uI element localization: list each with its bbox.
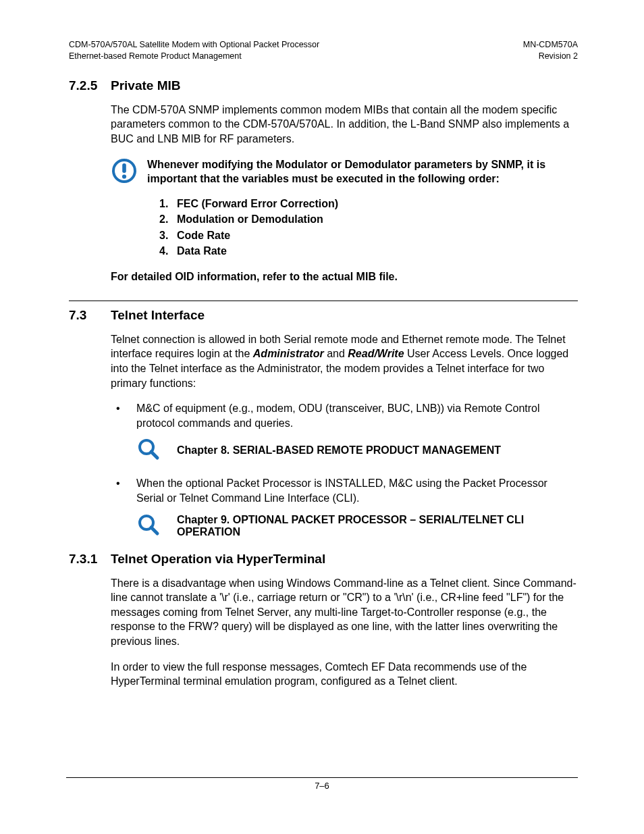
page-header: CDM-570A/570AL Satellite Modem with Opti…: [69, 39, 578, 62]
bullet-icon: •: [111, 476, 136, 505]
crossref-chapter-8: Chapter 8. SERIAL-BASED REMOTE PRODUCT M…: [136, 437, 578, 464]
heading-73-number: 7.3: [69, 308, 111, 323]
section-725-paragraph: The CDM-570A SNMP implements common mode…: [111, 103, 578, 147]
list-item: 4.Data Rate: [159, 243, 578, 259]
bullet-list: • When the optional Packet Processor is …: [111, 476, 578, 505]
crossref-label: Chapter 8. SERIAL-BASED REMOTE PRODUCT M…: [177, 444, 501, 457]
list-item-text: Code Rate: [177, 228, 230, 243]
svg-line-4: [151, 452, 157, 458]
bullet-icon: •: [111, 401, 136, 430]
heading-725-number: 7.2.5: [69, 78, 111, 93]
section-731-paragraph-2: In order to view the full response messa…: [111, 660, 578, 689]
section-73-body: Telnet connection is allowed in both Ser…: [111, 332, 578, 390]
list-item-text: Data Rate: [177, 243, 227, 259]
list-item-text: Modulation or Demodulation: [177, 211, 323, 227]
header-doc-id: MN-CDM570A: [523, 39, 578, 51]
section-731-paragraph-1: There is a disadvantage when using Windo…: [111, 576, 578, 649]
heading-73: 7.3 Telnet Interface: [69, 301, 578, 323]
svg-point-2: [122, 174, 126, 178]
heading-725: 7.2.5 Private MIB: [69, 78, 578, 93]
list-item-text: FEC (Forward Error Correction): [177, 196, 338, 211]
magnifier-icon: [136, 513, 177, 540]
section-731-body: There is a disadvantage when using Windo…: [111, 576, 578, 689]
crossref-label: Chapter 9. OPTIONAL PACKET PROCESSOR – S…: [177, 514, 578, 538]
ordered-list: 1.FEC (Forward Error Correction) 2.Modul…: [159, 196, 578, 259]
emphasis-administrator: Administrator: [253, 348, 324, 359]
heading-731-number: 7.3.1: [69, 552, 111, 567]
bullet-item: • When the optional Packet Processor is …: [111, 476, 578, 505]
bullet-item: • M&C of equipment (e.g., modem, ODU (tr…: [111, 401, 578, 430]
heading-731: 7.3.1 Telnet Operation via HyperTerminal: [69, 552, 578, 567]
section-725-body: The CDM-570A SNMP implements common mode…: [111, 103, 578, 188]
warning-note: Whenever modifying the Modulator or Demo…: [111, 157, 578, 188]
section-73-paragraph: Telnet connection is allowed in both Ser…: [111, 332, 578, 390]
heading-731-title: Telnet Operation via HyperTerminal: [111, 552, 578, 567]
page-number: 7–6: [315, 781, 329, 791]
list-item: 3.Code Rate: [159, 228, 578, 243]
warning-text: Whenever modifying the Modulator or Demo…: [147, 157, 578, 186]
magnifier-icon: [136, 437, 177, 464]
header-left: CDM-570A/570AL Satellite Modem with Opti…: [69, 39, 319, 62]
page-footer: 7–6: [66, 777, 578, 791]
emphasis-readwrite: Read/Write: [348, 348, 404, 359]
header-doc-title: CDM-570A/570AL Satellite Modem with Opti…: [69, 39, 319, 51]
bullet-list: • M&C of equipment (e.g., modem, ODU (tr…: [111, 401, 578, 430]
header-revision: Revision 2: [523, 51, 578, 62]
svg-line-6: [151, 527, 157, 533]
heading-725-title: Private MIB: [111, 78, 578, 93]
crossref-chapter-9: Chapter 9. OPTIONAL PACKET PROCESSOR – S…: [136, 513, 578, 540]
bullet-text: When the optional Packet Processor is IN…: [136, 476, 578, 505]
header-right: MN-CDM570A Revision 2: [523, 39, 578, 62]
list-item: 1.FEC (Forward Error Correction): [159, 196, 578, 211]
svg-rect-1: [122, 163, 126, 173]
header-section-name: Ethernet-based Remote Product Management: [69, 51, 319, 62]
warning-icon: [111, 157, 147, 188]
heading-73-title: Telnet Interface: [111, 308, 578, 323]
bullet-text: M&C of equipment (e.g., modem, ODU (tran…: [136, 401, 578, 430]
list-item: 2.Modulation or Demodulation: [159, 211, 578, 227]
oid-note: For detailed OID information, refer to t…: [111, 271, 578, 283]
